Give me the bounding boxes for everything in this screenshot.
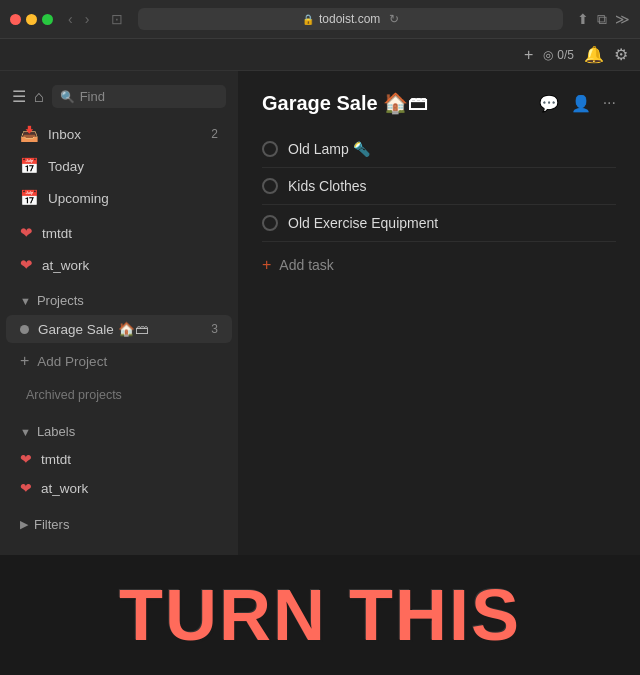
add-task-toolbar-button[interactable]: + [524, 46, 533, 64]
labels-section: ▼ Labels ❤ tmtdt ❤ at_work [0, 412, 238, 503]
sidebar-item-upcoming[interactable]: 📅 Upcoming [6, 183, 232, 213]
main-actions: 💬 👤 ··· [539, 94, 616, 113]
archived-projects-label[interactable]: Archived projects [6, 380, 232, 406]
labels-section-label: Labels [37, 424, 75, 439]
task-text-2: Kids Clothes [288, 178, 616, 194]
task-checkbox-2[interactable] [262, 178, 278, 194]
top-toolbar: + ◎ 0/5 🔔 ⚙ [0, 39, 640, 71]
sidebar-item-inbox[interactable]: 📥 Inbox 2 [6, 119, 232, 149]
inbox-label: Inbox [48, 127, 202, 142]
sidebar-top: ☰ ⌂ 🔍 Find [0, 79, 238, 114]
projects-chevron-icon: ▼ [20, 295, 31, 307]
lock-icon: 🔒 [302, 14, 314, 25]
app-layout: ☰ ⌂ 🔍 Find 📥 Inbox 2 📅 Today 📅 Upcoming … [0, 71, 640, 588]
browser-chrome: ‹ › ⊡ 🔒 todoist.com ↻ ⬆ ⧉ ≫ [0, 0, 640, 39]
add-project-button[interactable]: + Add Project [6, 346, 232, 376]
tab-browser-icon[interactable]: ⧉ [597, 11, 607, 28]
labels-chevron-icon: ▼ [20, 426, 31, 438]
add-task-icon: + [262, 256, 271, 274]
tmtdt-icon: ❤ [20, 224, 33, 242]
projects-section-label: Projects [37, 293, 84, 308]
bottom-overlay: TURN THIS [0, 555, 640, 675]
task-text-3: Old Exercise Equipment [288, 215, 616, 231]
traffic-lights [10, 14, 53, 25]
garage-sale-dot [20, 325, 29, 334]
sidebar-item-label-at-work[interactable]: ❤ at_work [6, 474, 232, 502]
maximize-button[interactable] [42, 14, 53, 25]
filters-section: ▶ Filters [0, 505, 238, 538]
add-project-label: Add Project [37, 354, 107, 369]
turn-this-text: TURN THIS [119, 574, 521, 656]
garage-sale-label: Garage Sale 🏠🗃 [38, 321, 202, 337]
table-row: Old Lamp 🔦 [262, 131, 616, 168]
at-work-label: at_work [42, 258, 218, 273]
add-task-label: Add task [279, 257, 333, 273]
sidebar-item-label-tmtdt[interactable]: ❤ tmtdt [6, 445, 232, 473]
today-label: Today [48, 159, 218, 174]
label-tmtdt-text: tmtdt [41, 452, 71, 467]
inbox-icon: 📥 [20, 125, 39, 143]
sidebar-item-tmtdt[interactable]: ❤ tmtdt [6, 218, 232, 248]
url-text: todoist.com [319, 12, 380, 26]
upcoming-label: Upcoming [48, 191, 218, 206]
overflow-browser-icon[interactable]: ≫ [615, 11, 630, 28]
share-browser-icon[interactable]: ⬆ [577, 11, 589, 28]
back-button[interactable]: ‹ [63, 9, 78, 29]
add-project-icon: + [20, 352, 29, 370]
browser-actions: ⬆ ⧉ ≫ [577, 11, 630, 28]
projects-section-header[interactable]: ▼ Projects [6, 285, 232, 312]
karma-badge[interactable]: ◎ 0/5 [543, 48, 574, 62]
today-icon: 📅 [20, 157, 39, 175]
filters-section-label: Filters [34, 517, 69, 532]
task-text-1: Old Lamp 🔦 [288, 141, 616, 157]
settings-icon[interactable]: ⚙ [614, 45, 628, 64]
table-row: Old Exercise Equipment [262, 205, 616, 242]
home-icon[interactable]: ⌂ [34, 88, 44, 106]
tmtdt-label: tmtdt [42, 226, 218, 241]
sidebar-item-today[interactable]: 📅 Today [6, 151, 232, 181]
label-tmtdt-icon: ❤ [20, 451, 32, 467]
filters-chevron-icon: ▶ [20, 518, 28, 531]
inbox-badge: 2 [211, 127, 218, 141]
project-title: Garage Sale 🏠🗃 [262, 91, 428, 115]
more-options-icon[interactable]: ··· [603, 94, 616, 112]
search-placeholder: Find [80, 89, 105, 104]
hamburger-icon[interactable]: ☰ [12, 87, 26, 106]
main-content: Garage Sale 🏠🗃 💬 👤 ··· Old Lamp 🔦 Kids C… [238, 71, 640, 588]
task-checkbox-3[interactable] [262, 215, 278, 231]
browser-nav: ‹ › [63, 9, 94, 29]
address-bar[interactable]: 🔒 todoist.com ↻ [138, 8, 563, 30]
garage-sale-count: 3 [211, 322, 218, 336]
upcoming-icon: 📅 [20, 189, 39, 207]
task-list: Old Lamp 🔦 Kids Clothes Old Exercise Equ… [262, 131, 616, 242]
sidebar: ☰ ⌂ 🔍 Find 📥 Inbox 2 📅 Today 📅 Upcoming … [0, 71, 238, 588]
table-row: Kids Clothes [262, 168, 616, 205]
add-task-button[interactable]: + Add task [262, 246, 616, 284]
notifications-icon[interactable]: 🔔 [584, 45, 604, 64]
task-checkbox-1[interactable] [262, 141, 278, 157]
at-work-icon: ❤ [20, 256, 33, 274]
project-title-text: Garage Sale 🏠🗃 [262, 91, 428, 115]
labels-section-header[interactable]: ▼ Labels [6, 416, 232, 443]
sidebar-item-garage-sale[interactable]: Garage Sale 🏠🗃 3 [6, 315, 232, 343]
karma-icon: ◎ [543, 48, 553, 62]
karma-value: 0/5 [557, 48, 574, 62]
forward-button[interactable]: › [80, 9, 95, 29]
browser-titlebar: ‹ › ⊡ 🔒 todoist.com ↻ ⬆ ⧉ ≫ [0, 0, 640, 38]
filters-section-header[interactable]: ▶ Filters [6, 509, 232, 536]
comment-icon[interactable]: 💬 [539, 94, 559, 113]
close-button[interactable] [10, 14, 21, 25]
main-header: Garage Sale 🏠🗃 💬 👤 ··· [262, 91, 616, 115]
search-bar[interactable]: 🔍 Find [52, 85, 226, 108]
window-button[interactable]: ⊡ [106, 9, 128, 29]
search-icon: 🔍 [60, 90, 75, 104]
minimize-button[interactable] [26, 14, 37, 25]
sidebar-item-at-work[interactable]: ❤ at_work [6, 250, 232, 280]
share-project-icon[interactable]: 👤 [571, 94, 591, 113]
label-at-work-text: at_work [41, 481, 88, 496]
reload-icon[interactable]: ↻ [389, 12, 399, 26]
label-at-work-icon: ❤ [20, 480, 32, 496]
